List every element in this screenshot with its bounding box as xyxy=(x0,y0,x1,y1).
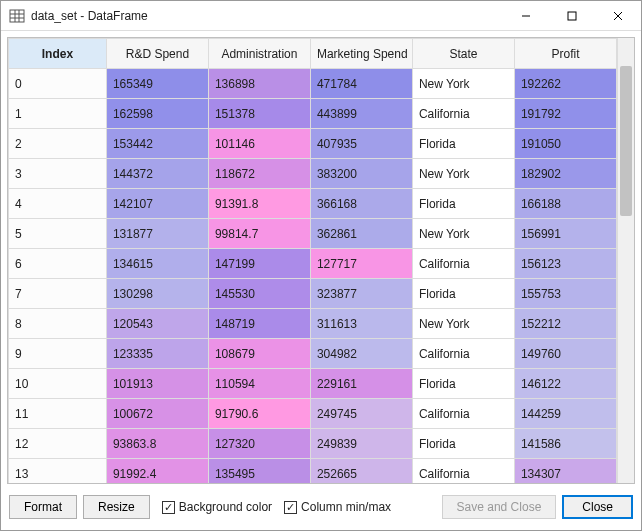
data-cell[interactable]: 151378 xyxy=(208,99,310,129)
data-cell[interactable]: 148719 xyxy=(208,309,310,339)
scrollbar-thumb[interactable] xyxy=(620,66,632,216)
data-cell[interactable]: 311613 xyxy=(310,309,412,339)
data-cell[interactable]: Florida xyxy=(412,369,514,399)
data-cell[interactable]: 141586 xyxy=(514,429,616,459)
data-cell[interactable]: 152212 xyxy=(514,309,616,339)
data-cell[interactable]: 118672 xyxy=(208,159,310,189)
col-head-rd[interactable]: R&D Spend xyxy=(106,39,208,69)
index-cell[interactable]: 12 xyxy=(9,429,107,459)
index-cell[interactable]: 7 xyxy=(9,279,107,309)
data-cell[interactable]: 120543 xyxy=(106,309,208,339)
data-cell[interactable]: California xyxy=(412,399,514,429)
data-cell[interactable]: 162598 xyxy=(106,99,208,129)
data-cell[interactable]: 99814.7 xyxy=(208,219,310,249)
data-cell[interactable]: 383200 xyxy=(310,159,412,189)
data-cell[interactable]: 147199 xyxy=(208,249,310,279)
data-cell[interactable]: 153442 xyxy=(106,129,208,159)
index-cell[interactable]: 11 xyxy=(9,399,107,429)
data-cell[interactable]: 101146 xyxy=(208,129,310,159)
data-cell[interactable]: 249839 xyxy=(310,429,412,459)
data-cell[interactable]: 101913 xyxy=(106,369,208,399)
index-cell[interactable]: 0 xyxy=(9,69,107,99)
data-cell[interactable]: 165349 xyxy=(106,69,208,99)
data-cell[interactable]: 131877 xyxy=(106,219,208,249)
data-cell[interactable]: Florida xyxy=(412,129,514,159)
data-cell[interactable]: New York xyxy=(412,69,514,99)
data-cell[interactable]: 91992.4 xyxy=(106,459,208,484)
data-cell[interactable]: 135495 xyxy=(208,459,310,484)
data-cell[interactable]: 110594 xyxy=(208,369,310,399)
minimize-button[interactable] xyxy=(503,1,549,31)
col-head-profit[interactable]: Profit xyxy=(514,39,616,69)
data-cell[interactable]: 127717 xyxy=(310,249,412,279)
index-cell[interactable]: 9 xyxy=(9,339,107,369)
data-cell[interactable]: 471784 xyxy=(310,69,412,99)
data-cell[interactable]: 191050 xyxy=(514,129,616,159)
data-cell[interactable]: 127320 xyxy=(208,429,310,459)
data-cell[interactable]: 91790.6 xyxy=(208,399,310,429)
data-cell[interactable]: 229161 xyxy=(310,369,412,399)
vertical-scrollbar[interactable] xyxy=(617,38,634,483)
col-head-admin[interactable]: Administration xyxy=(208,39,310,69)
data-cell[interactable]: 166188 xyxy=(514,189,616,219)
index-cell[interactable]: 10 xyxy=(9,369,107,399)
data-cell[interactable]: 304982 xyxy=(310,339,412,369)
index-cell[interactable]: 8 xyxy=(9,309,107,339)
data-cell[interactable]: 366168 xyxy=(310,189,412,219)
col-head-marketing[interactable]: Marketing Spend xyxy=(310,39,412,69)
data-cell[interactable]: Florida xyxy=(412,429,514,459)
data-cell[interactable]: California xyxy=(412,339,514,369)
index-cell[interactable]: 13 xyxy=(9,459,107,484)
resize-button[interactable]: Resize xyxy=(83,495,150,519)
data-cell[interactable]: New York xyxy=(412,219,514,249)
index-cell[interactable]: 3 xyxy=(9,159,107,189)
index-cell[interactable]: 4 xyxy=(9,189,107,219)
data-cell[interactable]: 252665 xyxy=(310,459,412,484)
col-head-state[interactable]: State xyxy=(412,39,514,69)
data-cell[interactable]: 123335 xyxy=(106,339,208,369)
data-cell[interactable]: 136898 xyxy=(208,69,310,99)
data-cell[interactable]: New York xyxy=(412,309,514,339)
data-cell[interactable]: 191792 xyxy=(514,99,616,129)
data-cell[interactable]: 100672 xyxy=(106,399,208,429)
column-minmax-checkbox[interactable]: ✓ Column min/max xyxy=(284,500,391,514)
table-scroll[interactable]: Index R&D Spend Administration Marketing… xyxy=(8,38,617,483)
data-cell[interactable]: 182902 xyxy=(514,159,616,189)
data-cell[interactable]: 249745 xyxy=(310,399,412,429)
maximize-button[interactable] xyxy=(549,1,595,31)
index-cell[interactable]: 2 xyxy=(9,129,107,159)
data-cell[interactable]: 323877 xyxy=(310,279,412,309)
col-head-index[interactable]: Index xyxy=(9,39,107,69)
data-cell[interactable]: 142107 xyxy=(106,189,208,219)
data-cell[interactable]: California xyxy=(412,99,514,129)
data-cell[interactable]: Florida xyxy=(412,279,514,309)
close-window-button[interactable] xyxy=(595,1,641,31)
data-cell[interactable]: Florida xyxy=(412,189,514,219)
data-cell[interactable]: 108679 xyxy=(208,339,310,369)
format-button[interactable]: Format xyxy=(9,495,77,519)
data-cell[interactable]: 130298 xyxy=(106,279,208,309)
data-cell[interactable]: 362861 xyxy=(310,219,412,249)
data-cell[interactable]: 443899 xyxy=(310,99,412,129)
data-cell[interactable]: 155753 xyxy=(514,279,616,309)
data-cell[interactable]: 145530 xyxy=(208,279,310,309)
index-cell[interactable]: 5 xyxy=(9,219,107,249)
data-cell[interactable]: 134615 xyxy=(106,249,208,279)
data-cell[interactable]: California xyxy=(412,249,514,279)
index-cell[interactable]: 1 xyxy=(9,99,107,129)
data-cell[interactable]: 156991 xyxy=(514,219,616,249)
data-cell[interactable]: 91391.8 xyxy=(208,189,310,219)
data-cell[interactable]: 93863.8 xyxy=(106,429,208,459)
index-cell[interactable]: 6 xyxy=(9,249,107,279)
data-cell[interactable]: California xyxy=(412,459,514,484)
data-cell[interactable]: 407935 xyxy=(310,129,412,159)
data-cell[interactable]: 149760 xyxy=(514,339,616,369)
data-cell[interactable]: 144259 xyxy=(514,399,616,429)
data-cell[interactable]: 144372 xyxy=(106,159,208,189)
data-cell[interactable]: 192262 xyxy=(514,69,616,99)
data-cell[interactable]: 156123 xyxy=(514,249,616,279)
background-color-checkbox[interactable]: ✓ Background color xyxy=(162,500,272,514)
data-cell[interactable]: 146122 xyxy=(514,369,616,399)
close-button[interactable]: Close xyxy=(562,495,633,519)
data-cell[interactable]: New York xyxy=(412,159,514,189)
